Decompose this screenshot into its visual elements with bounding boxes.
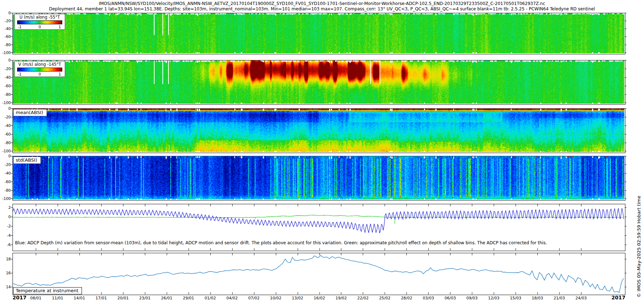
x-tick-mark (189, 292, 189, 294)
x-tick-mark (79, 248, 80, 250)
x-tick-mark (537, 253, 538, 255)
y-tick-mark-right (625, 134, 626, 134)
x-tick-mark (167, 292, 167, 294)
x-tick-mark (145, 253, 145, 255)
y-tick-mark (11, 45, 13, 45)
y-tick-label: -100 (1, 197, 11, 200)
std-absi-label: std(ABSI) (13, 157, 41, 164)
y-tick-mark (11, 156, 13, 156)
x-tick-mark (254, 292, 254, 294)
x-tick-mark (210, 253, 211, 255)
x-tick-mark (559, 204, 560, 206)
x-tick-mark (406, 253, 407, 255)
x-tick-mark (581, 204, 581, 206)
x-tick-mark (385, 248, 385, 250)
x-tick-mark (494, 248, 494, 250)
y-tick-mark-right (625, 273, 626, 273)
y-tick-mark-right (625, 259, 626, 259)
y-tick-mark (11, 117, 13, 117)
x-tick-mark (123, 292, 123, 294)
x-tick-mark (450, 253, 450, 255)
v-colorbar-ticks: -1 0 1 (15, 72, 65, 77)
x-tick-mark (385, 253, 385, 255)
x-tick-mark (516, 292, 516, 294)
y-tick-mark (11, 165, 13, 165)
x-tick-mark (189, 248, 189, 250)
y-tick-mark-right (625, 77, 626, 78)
y-tick-mark-right (625, 94, 626, 95)
x-tick-label: 07/02 (248, 296, 260, 300)
y-tick-mark (11, 86, 13, 86)
temperature-label: Temperature at instrument (13, 287, 82, 294)
x-tick-mark (559, 292, 560, 294)
x-tick-mark (101, 292, 102, 294)
x-tick-mark (319, 204, 320, 206)
x-tick-label: 21/03 (553, 296, 565, 300)
x-tick-label: 23/01 (139, 296, 151, 300)
series-path (13, 215, 623, 224)
y-tick-mark (11, 198, 13, 199)
y-tick-label: 0 (1, 154, 11, 158)
y-tick-mark (11, 94, 13, 95)
x-tick-mark (363, 292, 363, 294)
x-tick-mark (123, 204, 123, 206)
y-tick-label: -40 (1, 75, 11, 79)
x-tick-mark (516, 204, 516, 206)
u-legend-title: U (m/s) along -55°T (15, 14, 65, 20)
x-tick-mark (450, 248, 450, 250)
x-tick-label: 14/01 (74, 296, 85, 300)
x-tick-label: 17/01 (96, 296, 107, 300)
std-absi-heatmap (13, 156, 624, 200)
temperature-plot (13, 253, 624, 294)
x-tick-label: 06/03 (444, 296, 456, 300)
panel-std-absi: std(ABSI) (13, 156, 625, 201)
x-tick-label: 01/02 (205, 296, 216, 300)
title-line-2: Deployment 44, member 1 lat=33.94S lon=1… (0, 6, 644, 11)
y-tick-label: -80 (1, 188, 11, 192)
y-tick-label: -40 (1, 171, 11, 175)
y-tick-mark (11, 69, 13, 69)
v-legend-title: V (m/s) along -145°T (15, 62, 65, 67)
x-tick-label: 26/01 (161, 296, 172, 300)
y-tick-mark (11, 103, 13, 103)
x-tick-mark (428, 248, 429, 250)
x-tick-mark (472, 253, 472, 255)
y-tick-mark-right (625, 156, 626, 156)
x-tick-mark (101, 248, 102, 250)
y-tick-label: -60 (1, 132, 11, 136)
y-tick-mark (11, 36, 13, 37)
y-tick-label: -2 (1, 224, 11, 228)
x-tick-mark (472, 204, 472, 206)
x-tick-label: 28/02 (401, 296, 413, 300)
x-tick-mark (232, 292, 233, 294)
y-tick-mark (11, 173, 13, 173)
x-tick-mark (363, 253, 363, 255)
y-tick-mark (11, 60, 13, 60)
y-tick-mark-right (625, 29, 626, 29)
x-tick-mark (298, 204, 298, 206)
x-tick-label: 29/01 (183, 296, 194, 300)
x-tick-mark (210, 292, 211, 294)
x-tick-mark (167, 253, 167, 255)
x-tick-label: 03/03 (423, 296, 434, 300)
x-tick-mark (494, 292, 494, 294)
x-tick-mark (559, 253, 560, 255)
x-tick-label: 25/02 (379, 296, 391, 300)
y-tick-label: -20 (1, 19, 11, 23)
x-tick-mark (537, 248, 538, 250)
u-velocity-heatmap (13, 13, 624, 53)
y-tick-mark (11, 182, 13, 182)
x-tick-mark (516, 248, 516, 250)
x-tick-mark (581, 292, 581, 294)
u-colorbar-gradient (17, 20, 62, 24)
x-tick-mark (450, 204, 450, 206)
x-tick-mark (494, 253, 494, 255)
x-tick-mark (428, 204, 429, 206)
y-tick-mark-right (625, 190, 626, 191)
x-tick-mark (559, 248, 560, 250)
x-tick-mark (145, 292, 145, 294)
y-tick-label: -80 (1, 43, 11, 46)
x-tick-mark (494, 204, 494, 206)
v-velocity-heatmap (13, 60, 624, 104)
x-tick-mark (276, 204, 276, 206)
